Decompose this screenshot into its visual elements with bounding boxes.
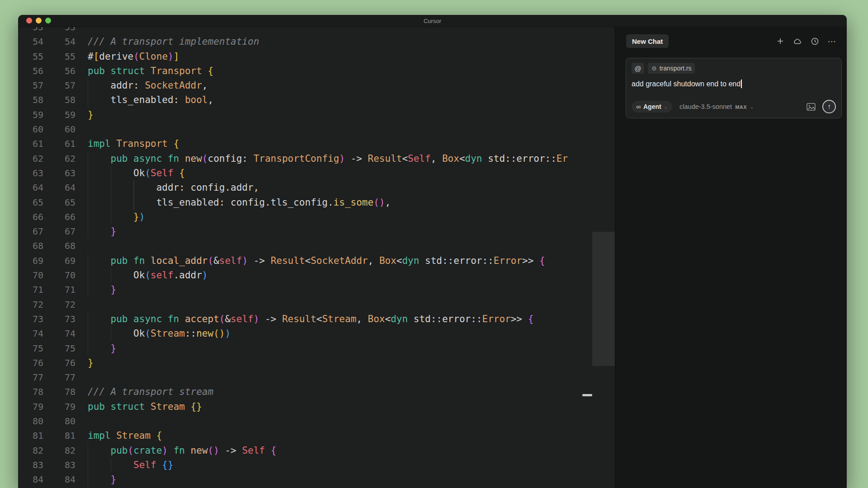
line-number: 74 [50, 326, 75, 341]
rust-file-icon: ⚙ [651, 65, 657, 72]
minimize-window-button[interactable] [36, 18, 42, 23]
code-line[interactable]: 7777 [18, 370, 615, 385]
code-line[interactable]: 6868 [18, 239, 615, 253]
code-line[interactable]: 6161impl Transport { [18, 136, 615, 151]
prompt-input[interactable]: add graceful shutdown end to end [632, 80, 741, 88]
add-context-button[interactable]: @ [632, 63, 644, 74]
maximize-window-button[interactable] [45, 18, 51, 23]
line-number: 54 [18, 34, 43, 49]
code-text: pub(crate) fn new() -> Self { [88, 443, 276, 458]
line-number: 67 [50, 224, 75, 239]
code-line[interactable]: 7272 [18, 297, 615, 312]
code-line[interactable]: 7070Ok(self.addr) [18, 268, 615, 282]
line-number: 62 [18, 151, 43, 166]
code-line[interactable]: 7979pub struct Stream {} [18, 399, 615, 414]
code-line[interactable]: 7474Ok(Stream::new()) [18, 326, 615, 341]
line-number: 84 [50, 472, 75, 487]
line-number: 66 [50, 210, 75, 224]
code-line[interactable]: 5656pub struct Transport { [18, 64, 615, 78]
code-line[interactable]: 6060 [18, 122, 615, 136]
chat-panel-header: New Chat ⋯ [615, 27, 847, 57]
model-selector[interactable]: claude-3.5-sonnet MAX ⌄ [679, 103, 754, 110]
code-line[interactable]: 6464addr: config.addr, [18, 180, 615, 195]
code-line[interactable]: 7676} [18, 356, 615, 370]
line-number: 77 [50, 370, 75, 385]
line-number: 79 [50, 399, 75, 414]
code-line[interactable]: 5555#[derive(Clone)] [18, 49, 615, 64]
code-line[interactable]: 7878/// A transport stream [18, 385, 615, 399]
code-line[interactable]: 7171} [18, 282, 615, 297]
code-line[interactable]: 6565tls_enabled: config.tls_config.is_so… [18, 195, 615, 210]
line-number: 65 [18, 195, 43, 210]
line-number: 82 [50, 443, 75, 458]
line-number: 71 [50, 282, 75, 297]
code-line[interactable]: 8383Self {} [18, 458, 615, 472]
line-number: 75 [18, 341, 43, 356]
line-number: 58 [50, 93, 75, 107]
chat-input-box[interactable]: @ ⚙ transport.rs add graceful shutdown e… [626, 58, 842, 118]
line-number: 77 [18, 370, 43, 385]
line-number: 84 [18, 472, 43, 487]
code-line[interactable]: 7575} [18, 341, 615, 356]
history-icon[interactable] [811, 37, 819, 45]
fold-marker-icon[interactable] [582, 394, 592, 396]
line-number: 69 [50, 253, 75, 268]
code-line[interactable]: 6363Ok(Self { [18, 166, 615, 180]
line-number: 62 [50, 151, 75, 166]
code-editor[interactable]: 53535454/// A transport implementation55… [18, 27, 615, 488]
cloud-icon[interactable] [793, 37, 802, 45]
code-line[interactable]: 5353 [18, 27, 615, 34]
line-number: 59 [50, 108, 75, 122]
code-text: impl Transport { [88, 136, 179, 151]
code-line[interactable]: 5454/// A transport implementation [18, 34, 615, 49]
traffic-lights [26, 18, 51, 23]
code-lines: 53535454/// A transport implementation55… [18, 27, 615, 488]
close-window-button[interactable] [26, 18, 32, 23]
code-text: } [88, 472, 116, 487]
code-text: addr: config.addr, [88, 180, 259, 195]
code-text: Self {} [88, 458, 174, 472]
code-text: pub struct Stream {} [88, 399, 202, 414]
line-number: 81 [18, 428, 43, 443]
line-number: 70 [50, 268, 75, 282]
code-line[interactable]: 6767} [18, 224, 615, 239]
code-text: /// A transport implementation [88, 34, 259, 49]
code-line[interactable]: 6666}) [18, 210, 615, 224]
code-line[interactable]: 6262pub async fn new(config: TransportCo… [18, 151, 615, 166]
new-chat-icon[interactable] [776, 37, 784, 45]
code-text: } [88, 108, 94, 122]
tab-new-chat[interactable]: New Chat [626, 34, 669, 48]
code-line[interactable]: 8080 [18, 414, 615, 428]
text-caret [741, 80, 742, 88]
editor-scrollbar[interactable] [592, 232, 615, 366]
line-number: 56 [18, 64, 43, 78]
code-line[interactable]: 5858tls_enabled: bool, [18, 93, 615, 107]
cursor-window: Cursor 53535454/// A transport implement… [18, 15, 847, 488]
code-line[interactable]: 5959} [18, 108, 615, 122]
context-file-name: transport.rs [660, 65, 692, 72]
titlebar[interactable]: Cursor [18, 15, 847, 27]
window-title: Cursor [424, 18, 441, 24]
send-button[interactable]: ↑ [822, 100, 836, 113]
line-number: 67 [18, 224, 43, 239]
code-text: addr: SocketAddr, [88, 78, 208, 93]
code-line[interactable]: 5757addr: SocketAddr, [18, 78, 615, 93]
code-line[interactable]: 8282pub(crate) fn new() -> Self { [18, 443, 615, 458]
context-file-chip[interactable]: ⚙ transport.rs [648, 63, 695, 74]
code-line[interactable]: 8181impl Stream { [18, 428, 615, 443]
line-number: 65 [50, 195, 75, 210]
code-line[interactable]: 7373pub async fn accept(&self) -> Result… [18, 312, 615, 326]
code-line[interactable]: 6969pub fn local_addr(&self) -> Result<S… [18, 253, 615, 268]
code-text: Ok(Self { [88, 166, 185, 180]
more-options-icon[interactable]: ⋯ [828, 37, 836, 45]
line-number: 64 [18, 180, 43, 195]
mode-selector[interactable]: ∞ Agent ⌄ [632, 101, 672, 113]
code-text: impl Stream { [88, 428, 162, 443]
attach-image-button[interactable] [806, 102, 816, 111]
line-number: 80 [18, 414, 43, 428]
line-number: 73 [50, 312, 75, 326]
line-number: 63 [50, 166, 75, 180]
code-line[interactable]: 8484} [18, 472, 615, 487]
code-text: pub async fn new(config: TransportConfig… [88, 151, 568, 166]
code-text: pub struct Transport { [88, 64, 213, 78]
